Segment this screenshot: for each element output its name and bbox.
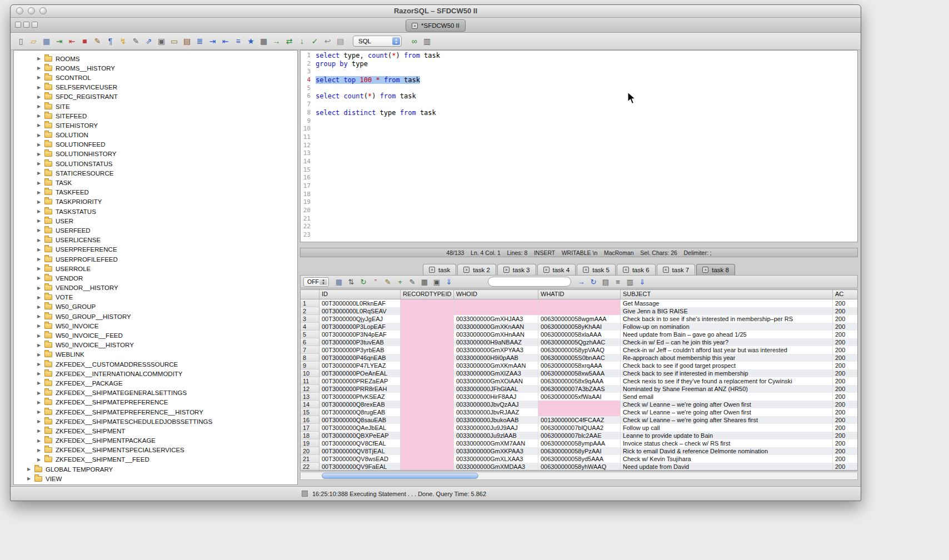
row-number[interactable]: 2 xyxy=(301,307,319,315)
grid-cell[interactable]: 00T3000000PREZaEAP xyxy=(319,377,401,385)
disclosure-triangle-icon[interactable]: ▶ xyxy=(37,257,44,262)
sidebar-item-scontrol[interactable]: ▶SCONTROL xyxy=(14,73,297,82)
disclosure-triangle-icon[interactable]: ▶ xyxy=(37,190,44,195)
disclosure-triangle-icon[interactable]: ▶ xyxy=(37,381,44,386)
disclosure-triangle-icon[interactable]: ▶ xyxy=(37,362,44,367)
copy-quoted-icon[interactable]: ” xyxy=(370,277,381,287)
code-line[interactable] xyxy=(316,174,856,182)
grid-cell[interactable]: Check back in to see if she's interested… xyxy=(621,315,833,323)
results-tab-task-6[interactable]: ×task 6 xyxy=(617,264,656,275)
disclosure-triangle-icon[interactable]: ▶ xyxy=(37,171,44,176)
comment-lines-icon[interactable]: ≡ xyxy=(232,36,244,47)
disclosure-triangle-icon[interactable]: ▶ xyxy=(37,295,44,300)
sidebar-item-solutionhistory[interactable]: ▶SOLUTIONHISTORY xyxy=(14,149,297,159)
grid-cell[interactable]: 0033000000JFhGlAAL xyxy=(454,385,538,393)
grid-cell[interactable]: 00T3000000P47LYEAZ xyxy=(319,362,401,369)
sidebar-item-sfdc-registrant[interactable]: ▶SFDC_REGISTRANT xyxy=(14,92,297,102)
grid-cell[interactable]: 00T3000000P3yrbEAB xyxy=(319,346,401,354)
close-tab-icon[interactable]: × xyxy=(583,267,589,273)
open-file-icon[interactable]: ▱ xyxy=(28,36,39,47)
grid-view-icon[interactable]: ▤ xyxy=(600,277,611,287)
grid-cell[interactable]: 200 xyxy=(833,346,858,354)
column-header-whatid[interactable]: WHATID xyxy=(538,290,621,299)
grid-cell[interactable]: 00T3000000P3N4pEAF xyxy=(319,331,401,338)
results-tab-task[interactable]: ×task xyxy=(423,264,456,275)
row-number[interactable]: 14 xyxy=(301,401,319,408)
grid-cell[interactable]: 0033000000GmXIZAA3 xyxy=(454,369,538,377)
describe-object-icon[interactable]: ¶ xyxy=(104,36,116,47)
disclosure-triangle-icon[interactable]: ▶ xyxy=(37,419,44,424)
zoom-window-button[interactable] xyxy=(39,7,47,14)
copy-icon[interactable]: ▣ xyxy=(156,36,167,47)
sidebar-item-userrole[interactable]: ▶USERROLE xyxy=(14,264,297,273)
max-rows-select[interactable]: OFF ▲▼ xyxy=(303,277,329,287)
minimize-window-button[interactable] xyxy=(28,7,35,14)
disclosure-triangle-icon[interactable]: ▶ xyxy=(37,448,44,453)
grid-cell[interactable] xyxy=(401,338,454,346)
disclosure-triangle-icon[interactable]: ▶ xyxy=(37,238,44,243)
disclosure-triangle-icon[interactable]: ▶ xyxy=(37,85,44,90)
grid-cell[interactable]: 00T3000000QV8TjEAL xyxy=(319,447,401,455)
grid-cell[interactable]: 0033000000H9i0pAAB xyxy=(454,354,538,362)
row-number[interactable]: 17 xyxy=(301,424,319,432)
sort-results-icon[interactable]: ⇅ xyxy=(346,277,357,287)
grid-cell[interactable]: 00630000007blQUAA2 xyxy=(538,424,621,432)
validate-sql-icon[interactable]: ✓ xyxy=(309,36,321,47)
code-line[interactable] xyxy=(316,149,856,158)
grid-cell[interactable]: 006300000058xlaAAA xyxy=(538,331,621,338)
disclosure-triangle-icon[interactable]: ▶ xyxy=(37,304,44,309)
disclosure-triangle-icon[interactable]: ▶ xyxy=(37,371,44,376)
export-sql-icon[interactable]: ⇗ xyxy=(143,36,154,47)
sidebar-item-zkfedex-shipmategeneralsettings[interactable]: ▶ZKFEDEX__SHIPMATEGENERALSETTINGS xyxy=(14,388,297,398)
disclosure-triangle-icon[interactable]: ▶ xyxy=(37,276,44,281)
grid-cell[interactable]: 006300000058yd5AAA xyxy=(538,455,621,463)
row-number[interactable]: 10 xyxy=(301,369,319,377)
code-line[interactable] xyxy=(316,125,856,133)
sidebar-item-task[interactable]: ▶TASK xyxy=(14,178,297,187)
sidebar-item-zkfedex-internationalcommodity[interactable]: ▶ZKFEDEX__INTERNATIONALCOMMODITY xyxy=(14,369,297,378)
grid-cell[interactable]: 00T3000000P3tuvEAB xyxy=(319,338,401,346)
indent-less-icon[interactable]: ⇤ xyxy=(219,36,231,47)
frame-restore-icon[interactable] xyxy=(23,22,29,28)
code-line[interactable]: select count(*) from task xyxy=(316,92,856,101)
close-tab-icon[interactable]: × xyxy=(623,267,629,273)
row-number[interactable]: 19 xyxy=(301,439,319,447)
grid-cell[interactable]: 006300000058yKhAAI xyxy=(538,323,621,331)
sidebar-item-userfeed[interactable]: ▶USERFEED xyxy=(14,226,297,235)
grid-cell[interactable]: Check back to see if good target prospec… xyxy=(621,362,833,369)
disclosure-triangle-icon[interactable]: ▶ xyxy=(37,123,44,128)
sidebar-item-view[interactable]: ▶VIEW xyxy=(14,474,297,483)
row-number[interactable]: 1 xyxy=(301,299,319,307)
grid-cell[interactable]: 200 xyxy=(833,307,858,315)
row-number[interactable]: 8 xyxy=(301,354,319,362)
results-tab-task-7[interactable]: ×task 7 xyxy=(657,264,696,275)
grid-cell[interactable]: 0013000000C4fFCAAZ xyxy=(538,416,621,424)
code-line[interactable] xyxy=(316,191,856,199)
grid-cell[interactable]: 006300000058xrqAAA xyxy=(538,362,621,369)
document-tab[interactable]: × *SFDCW50 II xyxy=(406,19,466,32)
favorites-star-icon[interactable]: ★ xyxy=(245,36,257,47)
chart-view-icon[interactable]: ▥ xyxy=(625,277,636,287)
column-header-ac[interactable]: AC xyxy=(833,290,858,299)
sidebar-item-solutionfeed[interactable]: ▶SOLUTIONFEED xyxy=(14,140,297,149)
close-tab-icon[interactable]: × xyxy=(543,267,550,273)
grid-cell[interactable]: Check w/ Leanne – we're going after Shea… xyxy=(621,416,833,424)
grid-cell[interactable]: 00T3000000QV8CfEAL xyxy=(319,439,401,447)
grid-cell[interactable] xyxy=(401,393,454,401)
disclosure-triangle-icon[interactable]: ▶ xyxy=(37,142,44,147)
grid-cell[interactable]: 0033000000GmXKPAA3 xyxy=(454,447,538,455)
grid-cell[interactable] xyxy=(401,362,454,369)
title-bar[interactable]: RazorSQL – SFDCW50 II xyxy=(11,5,861,18)
save-results-icon[interactable]: ▦ xyxy=(333,277,344,287)
grid-cell[interactable] xyxy=(401,401,454,408)
sidebar-item-solution[interactable]: ▶SOLUTION xyxy=(14,131,297,140)
grid-cell[interactable]: 00T3000000QBXPeEAP xyxy=(319,432,401,439)
grid-cell[interactable]: Need update from Bain – gave go ahead 1/… xyxy=(621,331,833,338)
paste-icon[interactable]: ▭ xyxy=(168,36,180,47)
sidebar-item-weblink[interactable]: ▶WEBLINK xyxy=(14,350,297,359)
grid-cell[interactable]: 006300000058ympAAA xyxy=(538,439,621,447)
grid-cell[interactable]: Send email xyxy=(621,393,833,401)
disclosure-triangle-icon[interactable]: ▶ xyxy=(37,218,44,223)
sidebar-item-rooms-history[interactable]: ▶ROOMS__HISTORY xyxy=(14,63,297,73)
row-number[interactable]: 12 xyxy=(301,385,319,393)
